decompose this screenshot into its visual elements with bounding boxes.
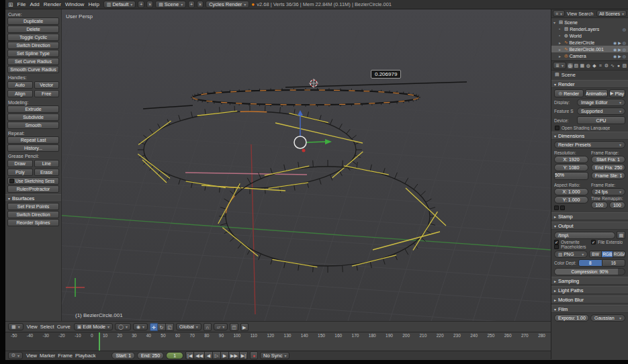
menubar-item[interactable]: Help [86,1,101,7]
playback-button[interactable]: ▶▶ [229,351,240,359]
animation-button[interactable]: Animation [585,89,608,97]
viewport-3d[interactable]: Curve: DuplicateDeleteToggle CyclicSwitc… [5,9,551,321]
outliner-item-beziercircle[interactable]: ▸ ∿ BezierCircle ◉ ▶ ◎ [551,39,628,46]
toolshelf-button[interactable]: Erase [34,169,60,176]
scene-delete-button[interactable]: × [197,1,204,8]
expand-icon[interactable]: ▸ [559,54,563,58]
resolution-y-field[interactable]: Y: 1080 [554,164,588,171]
render-engine-selector[interactable]: Cycles Render [206,1,249,8]
timeline-menu-item[interactable]: Marker [38,353,56,359]
toolshelf-button[interactable]: Subdivide [7,113,59,121]
mode-selector[interactable]: ▣ Edit Mode [74,323,113,330]
current-frame-marker[interactable] [99,332,100,351]
menubar-item[interactable]: Window [63,1,86,7]
start-frame-field[interactable]: Start: 1 [111,352,135,359]
playback-button[interactable]: ◀ [205,351,213,359]
properties-tab-icon[interactable]: ◆ [592,63,597,69]
ruler-protractor-button[interactable]: Ruler/Protractor [7,185,59,193]
render-presets-selector[interactable]: Render Presets [554,141,625,148]
toolshelf-button[interactable]: Switch Direction [7,42,59,49]
toolshelf-button[interactable]: Set Spline Type [7,50,59,57]
properties-tab-icon[interactable]: ▧ [574,63,579,69]
film-panel-header[interactable]: Film [551,305,628,313]
toolshelf-button[interactable]: Set Curve Radius [7,58,59,65]
expand-icon[interactable]: ▸ [559,47,563,52]
sync-mode-selector[interactable]: No Sync [260,352,289,359]
toolshelf-button[interactable]: Reorder Splines [7,219,59,226]
select-restrict-icon[interactable]: ▶ [618,54,621,58]
record-button[interactable]: ● [250,351,258,359]
toolshelf-button[interactable]: Auto [7,81,33,89]
viewport-menu-item[interactable]: Curve [56,324,72,330]
resolution-x-field[interactable]: X: 1920 [554,156,588,163]
toolshelf-button[interactable]: Set First Points [7,203,59,210]
toolshelf-button[interactable]: Poly [7,169,33,176]
toolshelf-button[interactable]: Draw [7,160,33,167]
editor-type-selector[interactable]: ▦ [8,323,24,330]
menubar-item[interactable]: File [15,1,28,7]
playback-button[interactable]: ▶ [221,351,229,359]
outliner-menu-item[interactable]: View [566,11,578,16]
placeholders-checkbox[interactable] [554,244,559,249]
sketching-sessions-toggle[interactable]: Use Sketching Sess [7,177,59,185]
select-restrict-icon[interactable]: ▶ [618,40,621,45]
render-restrict-icon[interactable]: ◎ [623,54,626,58]
timeline-menu-item[interactable]: Playback [74,353,97,359]
viewport-menu-item[interactable]: Select [39,324,56,330]
layout-add-button[interactable]: + [138,1,144,8]
toolshelf-button[interactable]: Vector [34,81,60,89]
crop-checkbox[interactable] [560,206,565,210]
osl-checkbox[interactable] [555,126,559,130]
filter-type-selector[interactable]: Gaussian [590,314,625,322]
overwrite-checkbox[interactable] [554,240,559,244]
outliner-menu-item[interactable]: Search [578,11,594,16]
outliner-scope-selector[interactable]: All Scenes [596,10,627,17]
depth-16-option[interactable]: 16 [602,259,626,267]
pivot-point-selector[interactable]: ◉ [133,323,148,330]
output-panel-header[interactable]: Output [551,222,628,230]
toolshelf-button[interactable]: Smooth [7,122,59,129]
properties-tab-icon[interactable]: ◍ [586,63,591,69]
output-path-field[interactable]: /tmp\ [554,232,615,239]
translate-manipulator-icon[interactable]: ✛ [150,323,158,331]
render-restrict-icon[interactable]: ◎ [623,40,626,45]
rotate-manipulator-icon[interactable]: ↻ [158,323,166,331]
frame-start-field[interactable]: Start Fra: 1 [591,156,625,163]
outliner-item-camera[interactable]: ▸ ◎ Camera ◉ ▶ ◎ [551,52,628,59]
motion-blur-panel-header[interactable]: Motion Blur [551,295,628,304]
properties-tab-icon[interactable]: ▨ [622,63,627,69]
fps-selector[interactable]: 24 fps [591,188,625,195]
scene-selector[interactable]: ▤ Scene [155,1,186,8]
bw-option[interactable]: BW [589,251,602,258]
visibility-restrict-icon[interactable]: ◉ [613,40,617,45]
toolshelf-button[interactable]: Line [34,160,60,167]
render-panel-header[interactable]: Render [551,80,628,88]
transform-orientation-selector[interactable]: Global [176,323,201,330]
menubar-item[interactable]: Add [28,1,41,7]
properties-tab-icon[interactable]: ● [616,63,621,69]
expand-icon[interactable]: ▾ [553,20,557,25]
play-button[interactable]: ▶ Play [609,89,625,97]
rgb-option[interactable]: RGB [602,251,614,258]
scene-add-button[interactable]: + [188,1,195,8]
viewport-shading-selector[interactable]: ◯ [115,323,131,330]
playback-button[interactable]: ◀◀ [194,351,205,359]
visibility-restrict-icon[interactable]: ◉ [613,54,617,58]
timeline-menu-item[interactable]: View [25,353,38,359]
render-restrict-icon[interactable]: ◎ [623,47,626,52]
properties-tab-icon[interactable]: ⚙ [604,63,609,69]
folder-icon[interactable]: ▤ [617,231,625,239]
file-extensions-checkbox[interactable] [591,240,596,244]
light-paths-panel-header[interactable]: Light Paths [551,286,628,294]
render-button[interactable]: ◎ Render [554,89,584,97]
rgba-option[interactable]: RGBA [613,251,625,258]
opengl-render-anim-icon[interactable]: ▶ [240,323,249,331]
viewport-menu-item[interactable]: View [26,324,39,330]
layout-selector[interactable]: ▥ Default [103,1,136,8]
file-format-selector[interactable]: ▧ PNG [554,251,588,258]
resolution-percentage-slider[interactable]: 50% [554,172,588,180]
playback-button[interactable]: ▷ [213,351,221,359]
aspect-x-field[interactable]: X: 1.000 [554,188,588,195]
display-selector[interactable]: Image Editor [577,99,625,106]
render-restrict-icon[interactable]: ◎ [623,27,626,32]
